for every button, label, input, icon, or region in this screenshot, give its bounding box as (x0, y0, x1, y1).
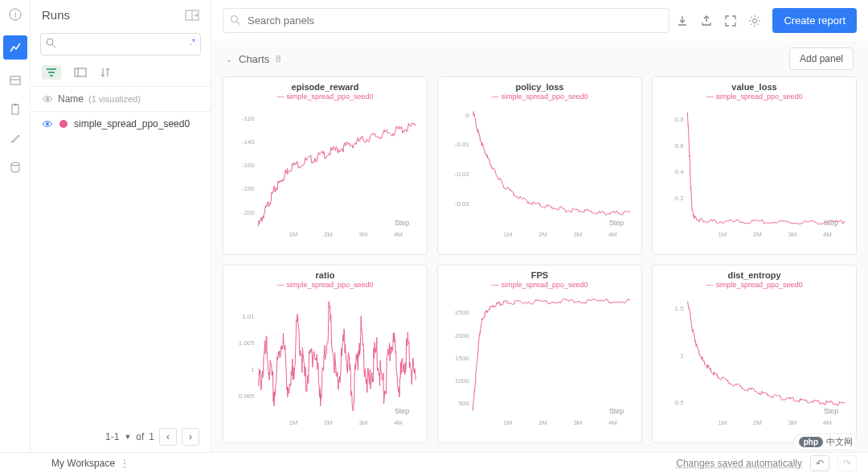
svg-text:-0.03: -0.03 (455, 200, 470, 208)
svg-text:500: 500 (458, 400, 469, 407)
panel-search-input[interactable] (223, 8, 669, 33)
sidebar: Runs .* Name (1 visualized) simple_sprea… (31, 0, 211, 452)
svg-text:0.2: 0.2 (675, 195, 684, 202)
svg-point-6 (11, 162, 19, 166)
nav-iconbar: i (0, 0, 31, 452)
runs-search-input[interactable] (40, 33, 201, 56)
svg-point-17 (46, 122, 49, 125)
chart-title: FPS (441, 270, 638, 280)
chart-legend: simple_spread_ppo_seed0 (441, 93, 638, 101)
chart-legend: simple_spread_ppo_seed0 (441, 281, 638, 289)
chart-legend: simple_spread_ppo_seed0 (656, 93, 853, 101)
svg-text:4M: 4M (608, 231, 617, 238)
svg-point-18 (231, 16, 238, 23)
visualized-count: (1 visualized) (88, 94, 141, 104)
eye-icon[interactable] (42, 120, 53, 128)
add-panel-button[interactable]: Add panel (789, 47, 854, 70)
chart-card[interactable]: policy_loss simple_spread_ppo_seed0 -0.0… (437, 76, 642, 255)
chevron-down-icon[interactable]: ⌄ (226, 55, 232, 64)
pager-prev[interactable]: ‹ (159, 428, 177, 446)
svg-text:-0.02: -0.02 (455, 171, 469, 178)
svg-text:Step: Step (395, 219, 409, 227)
svg-text:2M: 2M (324, 419, 333, 426)
svg-text:1M: 1M (503, 231, 512, 238)
main-panel: Create report ⌄ Charts 8 Add panel episo… (211, 0, 868, 452)
chart-card[interactable]: episode_reward simple_spread_ppo_seed0 -… (223, 76, 428, 255)
runs-search[interactable]: .* (40, 33, 201, 56)
download-icon[interactable] (676, 14, 689, 27)
chart-card[interactable]: dist_entropy simple_spread_ppo_seed0 0.5… (652, 265, 857, 443)
svg-point-20 (753, 19, 757, 23)
svg-text:0.4: 0.4 (675, 168, 685, 175)
svg-text:2M: 2M (324, 231, 333, 238)
workspace-menu-icon[interactable]: ⋮ (120, 458, 129, 469)
svg-text:1M: 1M (503, 419, 512, 426)
chart-card[interactable]: ratio simple_spread_ppo_seed0 0.99511.00… (223, 265, 428, 443)
run-item[interactable]: simple_spread_ppo_seed0 (31, 112, 211, 136)
svg-text:0: 0 (465, 112, 469, 119)
svg-text:-160: -160 (242, 162, 255, 169)
svg-text:2M: 2M (753, 231, 762, 238)
runs-name-header[interactable]: Name (1 visualized) (31, 86, 211, 112)
gear-icon[interactable] (748, 14, 761, 27)
clipboard-icon[interactable] (7, 101, 23, 117)
svg-point-16 (46, 97, 49, 101)
save-status: Changes saved automatically (676, 458, 802, 469)
share-icon[interactable] (700, 14, 713, 27)
svg-text:0.8: 0.8 (675, 116, 685, 123)
watermark: php中文网 (793, 434, 858, 450)
svg-text:1M: 1M (718, 419, 727, 426)
svg-text:-120: -120 (242, 115, 255, 122)
svg-text:0.6: 0.6 (675, 142, 685, 150)
group-icon[interactable] (74, 68, 87, 77)
chart-legend: simple_spread_ppo_seed0 (227, 281, 424, 289)
svg-text:Step: Step (395, 407, 409, 415)
chart-card[interactable]: value_loss simple_spread_ppo_seed0 0.20.… (652, 76, 857, 255)
svg-text:1: 1 (680, 352, 683, 360)
info-icon[interactable]: i (7, 6, 23, 23)
chart-icon[interactable] (3, 35, 27, 60)
svg-text:4M: 4M (823, 419, 832, 426)
svg-text:4M: 4M (608, 419, 617, 426)
redo-button[interactable]: ↷ (837, 455, 857, 471)
columns-icon[interactable] (185, 10, 199, 21)
pager-next[interactable]: › (182, 428, 199, 446)
svg-text:1500: 1500 (455, 355, 469, 362)
filter-icon[interactable] (42, 65, 61, 80)
svg-text:3M: 3M (573, 419, 582, 426)
svg-rect-2 (10, 76, 20, 84)
charts-grid: episode_reward simple_spread_ppo_seed0 -… (211, 76, 868, 452)
svg-text:2000: 2000 (455, 332, 469, 339)
svg-text:2M: 2M (538, 231, 547, 238)
search-icon (230, 14, 241, 26)
panel-search[interactable] (223, 8, 669, 33)
svg-text:3M: 3M (358, 419, 367, 426)
svg-text:2M: 2M (538, 419, 547, 426)
svg-text:1: 1 (251, 366, 254, 373)
undo-button[interactable]: ↶ (810, 455, 829, 471)
chart-title: dist_entropy (656, 270, 853, 280)
sort-icon[interactable] (100, 67, 111, 78)
database-icon[interactable] (7, 159, 23, 175)
chart-card[interactable]: FPS simple_spread_ppo_seed0 500100015002… (437, 265, 642, 443)
table-icon[interactable] (7, 72, 23, 88)
svg-text:-140: -140 (242, 138, 255, 146)
regex-icon[interactable]: .* (190, 37, 195, 47)
svg-text:i: i (14, 10, 15, 19)
svg-text:2M: 2M (753, 419, 762, 426)
expand-icon[interactable] (724, 14, 737, 27)
svg-text:Step: Step (824, 407, 838, 415)
brush-icon[interactable] (7, 130, 23, 146)
svg-text:4M: 4M (823, 231, 832, 238)
run-name: simple_spread_ppo_seed0 (74, 118, 190, 130)
run-color-dot (59, 120, 68, 128)
chart-title: ratio (227, 270, 424, 280)
svg-rect-4 (12, 105, 18, 114)
eye-icon (42, 95, 53, 103)
create-report-button[interactable]: Create report (772, 8, 857, 33)
svg-text:3M: 3M (788, 419, 796, 426)
workspace-name[interactable]: My Workspace (51, 458, 115, 469)
search-icon (46, 38, 56, 48)
svg-point-9 (47, 39, 53, 45)
pager: 1-1 ▼ of 1 ‹ › (31, 422, 211, 452)
